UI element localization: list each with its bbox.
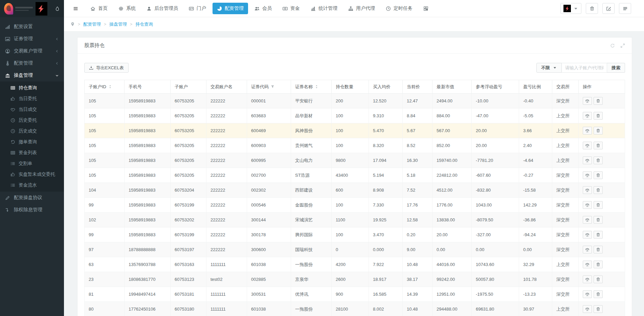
sidebar-item-交易账户管理[interactable]: 交易账户管理 xyxy=(0,45,64,57)
sidebar-subitem-历史成交[interactable]: 历史成交 xyxy=(0,126,64,137)
delete-button[interactable] xyxy=(594,186,603,194)
balance-button[interactable] xyxy=(583,156,592,164)
breadcrumb-link-配资管理[interactable]: 配资管理 xyxy=(83,21,101,27)
home-icon xyxy=(90,6,95,11)
user-menu-button[interactable] xyxy=(560,3,581,14)
table-cell: 224812.00 xyxy=(432,168,472,183)
edit-button[interactable] xyxy=(602,3,615,14)
delete-button[interactable] xyxy=(594,246,603,253)
table-cell: 深交所 xyxy=(552,168,579,183)
topnav-item-统计管理[interactable]: 统计管理 xyxy=(306,3,342,14)
sidebar-item-除权除息管理[interactable]: 除权除息管理 xyxy=(0,204,64,216)
filter-dropdown-button[interactable]: 不限 xyxy=(536,63,562,73)
breadcrumb-separator: > xyxy=(78,22,80,27)
topnav-item-后台管理员[interactable]: 后台管理员 xyxy=(142,3,182,14)
delete-button[interactable] xyxy=(594,305,603,313)
sidebar-item-配资操盘协议[interactable]: 配资操盘协议 xyxy=(0,192,64,204)
gear-icon xyxy=(118,6,124,11)
sidebar-item-配资设置[interactable]: 配资设置 xyxy=(0,21,64,33)
table-row: 6313576903788607531631111111601038一拖股份42… xyxy=(85,257,625,272)
export-excel-button[interactable]: 导出EXCEL表 xyxy=(84,63,129,73)
balance-button[interactable] xyxy=(583,97,592,105)
balance-button[interactable] xyxy=(583,171,592,179)
balance-button[interactable] xyxy=(583,201,592,209)
delete-button[interactable] xyxy=(594,97,603,105)
sidebar-subitem-历史委托[interactable]: 历史委托 xyxy=(0,115,64,126)
delete-button[interactable] xyxy=(594,112,603,120)
delete-button[interactable] xyxy=(594,201,603,209)
table-cell: 601038 xyxy=(247,257,291,272)
actions-cell xyxy=(579,123,625,138)
sidebar-subitem-交割单[interactable]: 交割单 xyxy=(0,158,64,169)
thermometer-icon xyxy=(5,61,10,66)
delete-button[interactable] xyxy=(594,156,603,164)
sidebar-subitem-当日委托[interactable]: 当日委托 xyxy=(0,93,64,104)
balance-button[interactable] xyxy=(583,261,592,268)
sidebar-subitem-资金流水[interactable]: 资金流水 xyxy=(0,180,64,191)
topnav-item-grid[interactable] xyxy=(419,3,433,14)
table-cell: 8.84 xyxy=(403,108,432,123)
balance-button[interactable] xyxy=(583,231,592,239)
delete-button[interactable] xyxy=(594,261,603,268)
refresh-icon[interactable] xyxy=(610,43,615,48)
topnav-item-用户代理[interactable]: 用户代理 xyxy=(344,3,379,14)
topnav-item-定时任务[interactable]: 定时任务 xyxy=(381,3,417,14)
expand-icon[interactable] xyxy=(620,43,625,48)
balance-button[interactable] xyxy=(583,127,592,135)
topnav-item-系统[interactable]: 系统 xyxy=(114,3,140,14)
balance-button[interactable] xyxy=(583,290,592,298)
sidebar-item-证券管理[interactable]: 证券管理 xyxy=(0,33,64,45)
delete-button[interactable] xyxy=(594,231,603,239)
table-cell: 7.52 xyxy=(403,183,432,198)
trash-icon xyxy=(596,99,600,103)
sidebar-subitem-资金列表[interactable]: 资金列表 xyxy=(0,147,64,158)
delete-button[interactable] xyxy=(594,142,603,149)
search-input[interactable] xyxy=(562,63,607,73)
topnav-item-配资管理[interactable]: 配资管理 xyxy=(213,3,248,14)
topnav-item-会员[interactable]: 会员 xyxy=(250,3,276,14)
delete-button[interactable] xyxy=(594,290,603,298)
topnav-item-资金[interactable]: 资金 xyxy=(278,3,304,14)
balance-button[interactable] xyxy=(583,246,592,253)
balance-button[interactable] xyxy=(583,275,592,283)
balance-icon xyxy=(585,292,590,296)
table-cell: -36.86 xyxy=(519,213,552,227)
user-icon xyxy=(147,6,152,11)
table-cell: 900 xyxy=(332,287,369,302)
sidebar-toggle-button[interactable] xyxy=(69,3,82,14)
clear-cache-button[interactable] xyxy=(586,3,598,14)
delete-button[interactable] xyxy=(594,127,603,135)
table-cell: 222222 xyxy=(206,153,247,168)
clock-icon xyxy=(10,129,15,133)
sidebar-subitem-当日成交[interactable]: 当日成交 xyxy=(0,104,64,115)
breadcrumb-separator: > xyxy=(130,22,132,27)
column-header-label: 参考浮动盈亏 xyxy=(476,84,502,90)
column-header-label: 买入均价 xyxy=(373,84,391,90)
column-header-label: 交易所 xyxy=(556,84,570,90)
delete-button[interactable] xyxy=(594,216,603,224)
sidebar-subitem-撤单查询[interactable]: 撤单查询 xyxy=(0,137,64,147)
balance-button[interactable] xyxy=(583,112,592,120)
table-cell: 贵州燃气 xyxy=(291,138,332,153)
balance-button[interactable] xyxy=(583,305,592,313)
balance-button[interactable] xyxy=(583,142,592,149)
topnav-item-label: 用户代理 xyxy=(356,5,375,11)
actions-cell xyxy=(579,183,625,198)
table-cell: 16.585 xyxy=(369,287,403,302)
sidebar-subitem-实盘暂未成交委托[interactable]: 实盘暂未成交委托 xyxy=(0,169,64,180)
delete-button[interactable] xyxy=(594,275,603,283)
level-down-icon xyxy=(5,208,10,213)
breadcrumb-link-操盘管理[interactable]: 操盘管理 xyxy=(109,21,127,27)
delete-button[interactable] xyxy=(594,171,603,179)
sidebar-subitem-持仓查询[interactable]: 持仓查询 xyxy=(0,82,64,93)
sidebar-item-配资管理[interactable]: 配资管理 xyxy=(0,57,64,69)
breadcrumb-link-持仓查询[interactable]: 持仓查询 xyxy=(135,21,153,27)
sidebar-item-操盘管理[interactable]: 操盘管理 xyxy=(0,69,64,81)
table-cell: 1111111 xyxy=(206,287,247,302)
topnav-item-门户[interactable]: 门户 xyxy=(184,3,210,14)
log-list-button[interactable] xyxy=(619,3,631,14)
balance-button[interactable] xyxy=(583,186,592,194)
topnav-item-首页[interactable]: 首页 xyxy=(86,3,112,14)
search-button[interactable]: 搜索 xyxy=(607,63,625,73)
balance-button[interactable] xyxy=(583,216,592,224)
